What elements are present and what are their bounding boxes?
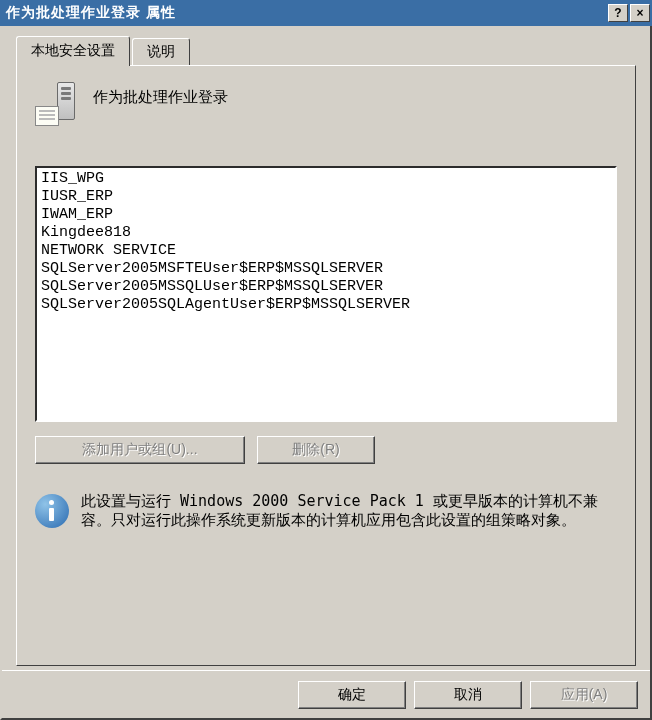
- info-text: 此设置与运行 Windows 2000 Service Pack 1 或更早版本…: [81, 492, 617, 530]
- user-list[interactable]: IIS_WPGIUSR_ERPIWAM_ERPKingdee818NETWORK…: [35, 166, 617, 422]
- list-item[interactable]: SQLServer2005SQLAgentUser$ERP$MSSQLSERVE…: [41, 296, 611, 314]
- cancel-button[interactable]: 取消: [414, 681, 522, 709]
- list-item[interactable]: IUSR_ERP: [41, 188, 611, 206]
- list-buttons: 添加用户或组(U)... 删除(R): [35, 436, 617, 464]
- tab-strip: 本地安全设置 说明: [16, 36, 636, 65]
- window-title: 作为批处理作业登录 属性: [6, 4, 606, 22]
- tab-description[interactable]: 说明: [132, 38, 190, 65]
- list-item[interactable]: NETWORK SERVICE: [41, 242, 611, 260]
- dialog-client: 本地安全设置 说明 作为批处理作业登录 IIS_WPGIUSR_ERPIWAM_…: [0, 26, 652, 720]
- tab-panel-local: 作为批处理作业登录 IIS_WPGIUSR_ERPIWAM_ERPKingdee…: [16, 65, 636, 666]
- title-bar: 作为批处理作业登录 属性 ? ×: [0, 0, 652, 26]
- help-button[interactable]: ?: [608, 4, 628, 22]
- policy-header: 作为批处理作业登录: [35, 82, 617, 126]
- add-user-button[interactable]: 添加用户或组(U)...: [35, 436, 245, 464]
- list-item[interactable]: IWAM_ERP: [41, 206, 611, 224]
- compatibility-info: 此设置与运行 Windows 2000 Service Pack 1 或更早版本…: [35, 492, 617, 530]
- policy-icon: [35, 82, 79, 126]
- info-icon: [35, 494, 69, 528]
- ok-button[interactable]: 确定: [298, 681, 406, 709]
- remove-user-button[interactable]: 删除(R): [257, 436, 375, 464]
- tab-local-security[interactable]: 本地安全设置: [16, 36, 130, 66]
- list-item[interactable]: SQLServer2005MSSQLUser$ERP$MSSQLSERVER: [41, 278, 611, 296]
- list-item[interactable]: Kingdee818: [41, 224, 611, 242]
- list-item[interactable]: IIS_WPG: [41, 170, 611, 188]
- policy-name: 作为批处理作业登录: [93, 82, 228, 107]
- close-button[interactable]: ×: [630, 4, 650, 22]
- tab-control: 本地安全设置 说明 作为批处理作业登录 IIS_WPGIUSR_ERPIWAM_…: [2, 26, 650, 670]
- dialog-button-bar: 确定 取消 应用(A): [2, 670, 650, 718]
- apply-button[interactable]: 应用(A): [530, 681, 638, 709]
- list-item[interactable]: SQLServer2005MSFTEUser$ERP$MSSQLSERVER: [41, 260, 611, 278]
